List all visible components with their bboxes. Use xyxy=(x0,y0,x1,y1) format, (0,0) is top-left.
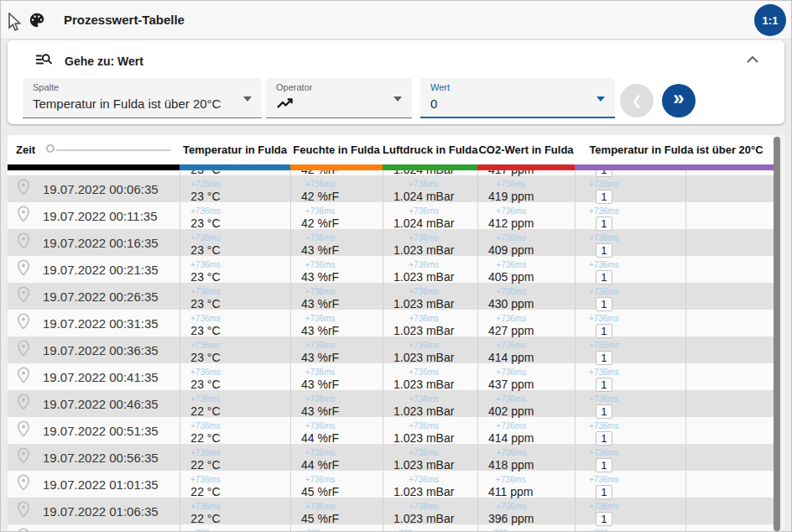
table-row[interactable]: 19.07.2022 00:26:35 +736ms23 °C +736ms43… xyxy=(8,283,778,310)
offset-label: +736ms xyxy=(190,368,221,378)
panel-title: Gehe zu: Wert xyxy=(65,55,143,68)
value-select[interactable]: Wert 0 xyxy=(420,78,615,118)
table-row[interactable]: 19.07.2022 00:06:35 +736ms23 °C +736ms42… xyxy=(8,175,778,202)
cell-value: 1.023 mBar xyxy=(393,431,454,445)
offset-label: +736ms xyxy=(496,421,526,431)
value-cell: +736ms22 °C xyxy=(180,471,290,498)
offset-label: +736ms xyxy=(409,287,439,297)
top-bar: Prozesswert-Tabelle 1:1 xyxy=(1,1,791,39)
table-row[interactable]: 19.07.2022 00:51:35 +736ms22 °C +736ms44… xyxy=(8,417,778,444)
filler-cell xyxy=(685,229,778,256)
value-cell: +736ms414 ppm xyxy=(477,336,575,363)
offset-label: +736ms xyxy=(409,314,439,324)
value-cell: +736ms1 xyxy=(575,390,685,417)
value-cell: +736ms45 %rF xyxy=(290,498,383,524)
time-cell: 19.07.2022 00:46:35 xyxy=(8,390,180,417)
cell-value: 23 °C xyxy=(190,270,220,284)
timestamp: 19.07.2022 00:36:35 xyxy=(43,343,159,357)
value-cell: +736ms437 ppm xyxy=(477,363,575,390)
table-row[interactable]: 19.07.2022 00:41:35 +736ms23 °C +736ms43… xyxy=(8,363,778,390)
value-cell: +736ms396 ppm xyxy=(477,498,575,524)
cell-value: 23 °C xyxy=(190,243,220,257)
value-cell: +736ms22 °C xyxy=(180,444,290,471)
chevron-down-icon xyxy=(243,96,252,102)
table-row[interactable]: 19.07.2022 00:31:35 +736ms23 °C +736ms43… xyxy=(8,310,778,336)
table-row[interactable]: +736ms +736ms +736ms +736ms +736ms xyxy=(8,524,778,531)
location-pin-icon xyxy=(14,446,33,468)
offset-label: +736ms xyxy=(190,341,221,351)
table-row[interactable]: 19.07.2022 00:56:35 +736ms22 °C +736ms44… xyxy=(8,444,778,471)
panel-header: Gehe zu: Wert xyxy=(34,50,143,72)
table-row[interactable]: 19.07.2022 01:06:35 +736ms22 °C +736ms45… xyxy=(8,498,778,524)
table-header: Zeit Temperatur in Fulda Feuchte in Fuld… xyxy=(8,135,778,164)
value-cell: +736ms23 °C xyxy=(180,283,290,310)
offset-label: +736ms xyxy=(589,394,619,404)
cell-value: 1.023 mBar xyxy=(393,351,454,364)
offset-label: +736ms xyxy=(589,421,619,431)
goto-previous-button[interactable]: ❮ xyxy=(620,84,654,117)
value-cell: +736ms42 %rF xyxy=(290,202,383,229)
value-cell: +736ms xyxy=(575,524,685,531)
table-body: +736ms23 °C +736ms42 %rF +736ms1.024 mBa… xyxy=(8,170,778,531)
cell-value: 22 °C xyxy=(190,485,220,498)
offset-label: +736ms xyxy=(496,475,526,485)
table-row[interactable]: 19.07.2022 00:16:35 +736ms23 °C +736ms43… xyxy=(8,229,778,256)
chevron-down-icon xyxy=(393,96,402,102)
location-pin-icon xyxy=(14,473,33,495)
timestamp: 19.07.2022 00:41:35 xyxy=(43,370,159,384)
cell-value: 22 °C xyxy=(190,458,220,472)
table-row[interactable]: 19.07.2022 00:21:35 +736ms23 °C +736ms43… xyxy=(8,256,778,283)
value-cell: +736ms23 °C xyxy=(180,363,290,390)
filler-cell xyxy=(685,444,778,471)
scale-badge[interactable]: 1:1 xyxy=(754,4,786,36)
cell-value: 23 °C xyxy=(190,297,220,310)
value-cell: +736ms418 ppm xyxy=(477,444,575,471)
value-cell: +736ms23 °C xyxy=(180,310,290,336)
time-cell: 19.07.2022 00:11:35 xyxy=(8,202,180,229)
cell-value: 411 ppm xyxy=(488,485,533,498)
offset-label: +736ms xyxy=(589,368,619,378)
time-cell: 19.07.2022 01:06:35 xyxy=(8,498,180,524)
filler-cell xyxy=(685,471,778,498)
time-slider-handle[interactable] xyxy=(46,144,55,153)
column-color-bars xyxy=(8,164,778,170)
value-cell: +736ms44 %rF xyxy=(290,444,383,471)
column-color-bar xyxy=(180,164,290,170)
palette-icon[interactable] xyxy=(28,11,46,33)
cell-value: 414 ppm xyxy=(488,431,534,445)
cell-value: 1.023 mBar xyxy=(393,458,454,472)
offset-label: +736ms xyxy=(393,529,424,531)
chevron-down-icon xyxy=(597,96,605,102)
location-pin-icon xyxy=(14,232,33,253)
timestamp: 19.07.2022 00:06:35 xyxy=(43,182,159,196)
value-cell: +736ms22 °C xyxy=(180,390,290,417)
goto-value-panel: Gehe zu: Wert Spalte Temperatur in Fulda… xyxy=(8,40,784,124)
table-row[interactable]: 19.07.2022 00:36:35 +736ms23 °C +736ms43… xyxy=(8,336,778,363)
cell-value: 43 %rF xyxy=(301,378,339,391)
scrollbar-thumb[interactable] xyxy=(774,137,780,531)
offset-label: +736ms xyxy=(496,341,526,351)
column-color-bar xyxy=(383,164,477,170)
time-slider-track[interactable] xyxy=(56,149,171,151)
filler-cell xyxy=(685,310,778,336)
column-color-bar xyxy=(290,164,383,170)
table-row[interactable]: 19.07.2022 00:46:35 +736ms22 °C +736ms43… xyxy=(8,390,778,417)
cell-value: 42 %rF xyxy=(301,216,339,230)
offset-label: +736ms xyxy=(305,233,336,243)
cell-value: 23 °C xyxy=(190,324,220,337)
operator-select[interactable]: Operator xyxy=(266,78,412,118)
value-cell: +736ms1.023 mBar xyxy=(383,444,477,471)
offset-label: +736ms xyxy=(496,502,526,512)
offset-label: +736ms xyxy=(190,502,221,512)
cell-value: 43 %rF xyxy=(301,404,339,418)
goto-next-button[interactable]: » xyxy=(662,84,696,117)
value-cell: +736ms43 %rF xyxy=(290,229,383,256)
offset-label: +736ms xyxy=(190,287,221,297)
cell-value: 418 ppm xyxy=(488,458,534,472)
offset-label: +736ms xyxy=(409,260,439,270)
offset-label: +736ms xyxy=(305,180,336,190)
collapse-chevron-up-icon[interactable] xyxy=(746,52,759,67)
column-select[interactable]: Spalte Temperatur in Fulda ist über 20°C xyxy=(23,78,262,118)
table-row[interactable]: 19.07.2022 01:01:35 +736ms22 °C +736ms45… xyxy=(8,471,778,498)
table-row[interactable]: 19.07.2022 00:11:35 +736ms23 °C +736ms42… xyxy=(8,202,778,229)
